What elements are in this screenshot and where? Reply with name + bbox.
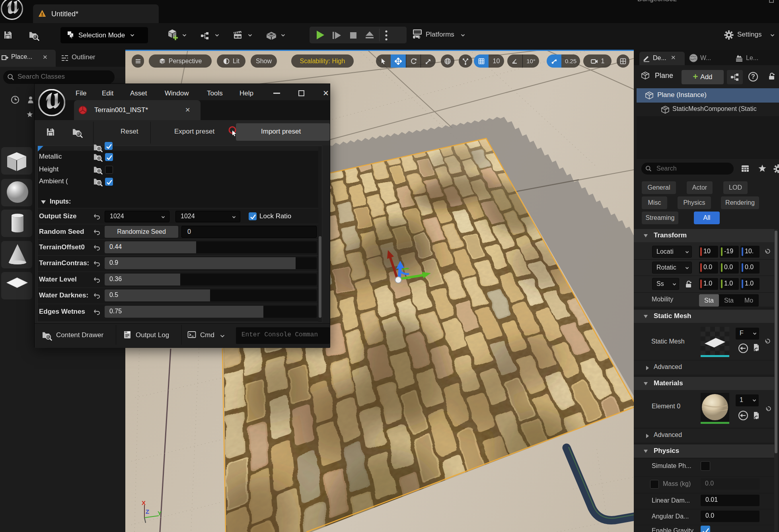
svg-text:X: X [142,499,146,506]
svg-text:Y: Y [158,510,162,516]
svg-text:Z: Z [146,508,149,515]
svg-text:?: ? [751,73,755,80]
